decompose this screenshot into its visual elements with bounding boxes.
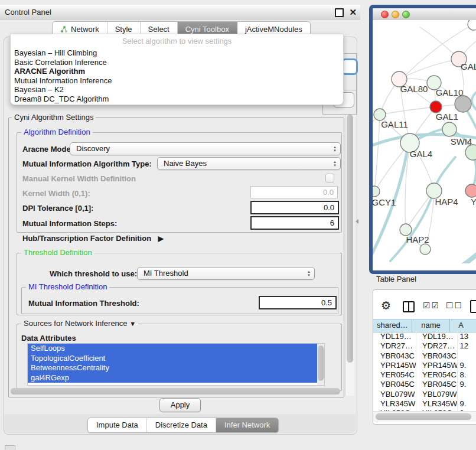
table-row[interactable]: YBR043CYBR043C <box>373 351 476 361</box>
columns-icon[interactable] <box>403 301 415 312</box>
cell: YDR27… <box>416 341 458 351</box>
aracne-mode-combobox[interactable]: Discovery ▲▼ <box>70 142 341 155</box>
cell <box>458 351 476 361</box>
mi-algorithm-type-combobox[interactable]: Naive Bayes ▲▼ <box>157 157 341 170</box>
tab-label: Discretize Data <box>155 420 207 429</box>
tab-label: Impute Data <box>96 420 138 429</box>
settings-vertical-scrollbar[interactable] <box>345 113 354 396</box>
settings-horizontal-scrollbar[interactable] <box>9 387 344 396</box>
algorithm-option[interactable]: ARACNE Algorithm <box>11 67 343 76</box>
network-node-label: HAP4 <box>435 197 458 207</box>
algorithm-dropdown-prompt: Select algorithm to view settings <box>11 34 343 48</box>
table-row[interactable]: YER054CYER054C8. <box>373 370 476 380</box>
network-node[interactable] <box>442 122 457 136</box>
cell: YDL19… <box>373 332 416 341</box>
network-window-titlebar[interactable] <box>373 8 476 21</box>
which-threshold-combobox[interactable]: MI Threshold ▲▼ <box>137 267 315 280</box>
network-node[interactable] <box>373 186 380 197</box>
manual-kernel-checkbox[interactable] <box>325 174 334 182</box>
mi-threshold-input[interactable]: 0.5 <box>259 296 337 309</box>
network-view[interactable]: GALGAL80GAL10GAL1GAL11SWI4GAL4GCY1HAP4YH… <box>373 20 476 263</box>
attribute-item[interactable]: BetweennessCentrality <box>28 363 319 373</box>
network-node[interactable] <box>374 109 386 120</box>
table-hscrollbar-thumb[interactable] <box>376 413 471 420</box>
list-scrollbar-thumb[interactable] <box>318 345 324 381</box>
float-panel-button[interactable] <box>335 8 344 17</box>
cell <box>458 390 476 399</box>
column-header-name[interactable]: name <box>412 319 450 332</box>
tab-discretize-data[interactable]: Discretize Data <box>147 418 216 432</box>
gear-icon[interactable]: ⚙ <box>381 300 391 311</box>
algorithm-option[interactable]: Dream8 DC_TDC Algorithm <box>11 94 343 104</box>
table-horizontal-scrollbar[interactable] <box>373 411 476 422</box>
network-edge[interactable] <box>472 91 476 111</box>
cell: YBL079W <box>416 390 458 399</box>
algorithm-option[interactable]: Bayesian – Hill Climbing <box>11 48 343 58</box>
screen: Control Panel ✕ Network Style Select Cyn… <box>0 0 476 450</box>
minimize-window-icon[interactable] <box>392 11 399 18</box>
table-row[interactable]: YDR27…YDR27…12 <box>373 341 476 351</box>
table-row[interactable]: YBL079WYBL079W <box>373 390 476 399</box>
cell: YBR043C <box>416 351 458 361</box>
close-window-icon[interactable] <box>381 11 389 18</box>
network-edge[interactable] <box>374 115 380 191</box>
network-canvas[interactable]: GALGAL80GAL10GAL1GAL11SWI4GAL4GCY1HAP4YH… <box>373 20 476 263</box>
table-row[interactable]: YLR345WYLR345W9. <box>373 399 476 409</box>
network-node[interactable] <box>455 96 471 112</box>
dpi-tolerance-input[interactable]: 0.0 <box>250 201 339 214</box>
cell: YDL19… <box>416 332 458 341</box>
mi-steps-input[interactable]: 6 <box>250 216 339 230</box>
hub-definition-toggle[interactable]: Hub/Transcription Factor Definition ▶ <box>22 234 164 243</box>
apply-button[interactable]: Apply <box>159 398 201 412</box>
minimized-panel-button[interactable] <box>5 445 15 450</box>
panel-splitter-handle[interactable] <box>356 219 358 224</box>
attribute-item[interactable]: gal4RGexp <box>28 373 319 383</box>
table-header-row[interactable]: shared… name A <box>373 319 476 332</box>
network-edge[interactable] <box>399 59 459 79</box>
network-edge[interactable] <box>380 107 436 115</box>
table-row[interactable]: YPR145WYPR145W9. <box>373 361 476 370</box>
hidden-focused-combobox[interactable] <box>341 58 358 75</box>
cell: YER054C <box>373 370 416 380</box>
settings-scrollbar-thumb[interactable] <box>347 115 353 363</box>
algorithm-option[interactable]: Bayesian – K2 <box>11 85 343 94</box>
algorithm-option[interactable]: Basic Correlation Inference <box>11 58 343 67</box>
collapse-arrow-icon[interactable]: ▼ <box>129 320 136 327</box>
zoom-window-icon[interactable] <box>402 11 410 18</box>
algorithm-option[interactable]: Mutual Information Inference <box>11 76 343 86</box>
data-attributes-list[interactable]: SelfLoops TopologicalCoefficient Between… <box>27 343 325 386</box>
network-node-label: GAL11 <box>381 119 408 129</box>
network-tab-icon <box>60 25 68 33</box>
attribute-item[interactable]: SelfLoops <box>28 344 319 354</box>
network-node[interactable] <box>468 20 476 30</box>
select-all-checkboxes-icon[interactable]: ☑☑ <box>423 301 440 310</box>
table-panel-title: Table Panel <box>376 275 416 283</box>
column-header-clipped[interactable]: A <box>450 319 476 332</box>
hscrollbar-thumb[interactable] <box>11 388 340 394</box>
network-edge[interactable] <box>459 253 476 263</box>
manual-kernel-label: Manual Kernel Width Definition <box>22 174 136 183</box>
network-node[interactable] <box>465 184 476 197</box>
network-node[interactable] <box>430 101 442 113</box>
network-node[interactable] <box>400 224 412 236</box>
network-node-label: GAL4 <box>410 149 432 159</box>
close-panel-button[interactable]: ✕ <box>349 6 357 18</box>
network-node[interactable] <box>420 244 431 255</box>
tab-impute-data[interactable]: Impute Data <box>88 418 147 432</box>
hub-definition-label: Hub/Transcription Factor Definition <box>22 234 151 243</box>
table-row[interactable]: YDL19…YDL19…13 <box>373 332 476 341</box>
tab-infer-network[interactable]: Infer Network <box>216 418 278 432</box>
column-header-shared-name[interactable]: shared… <box>373 319 412 332</box>
attribute-item[interactable]: TopologicalCoefficient <box>28 354 319 364</box>
expand-arrow-icon[interactable]: ▶ <box>158 234 164 243</box>
network-node[interactable] <box>465 145 476 160</box>
list-vertical-scrollbar[interactable] <box>317 344 324 385</box>
control-panel-titlebar: Control Panel ✕ <box>0 5 360 19</box>
deselect-all-checkboxes-icon[interactable]: ☐☐ <box>446 301 463 310</box>
kernel-width-input[interactable]: 0.0 <box>250 186 338 198</box>
sources-toggle[interactable]: Sources for Network Inference ▼ <box>21 319 138 328</box>
cell: YPR145W <box>373 361 416 370</box>
table-row[interactable]: YBR045CYBR045C9. <box>373 380 476 389</box>
aracne-mode-label: Aracne Mode: <box>22 145 73 154</box>
new-table-icon[interactable] <box>470 300 476 313</box>
